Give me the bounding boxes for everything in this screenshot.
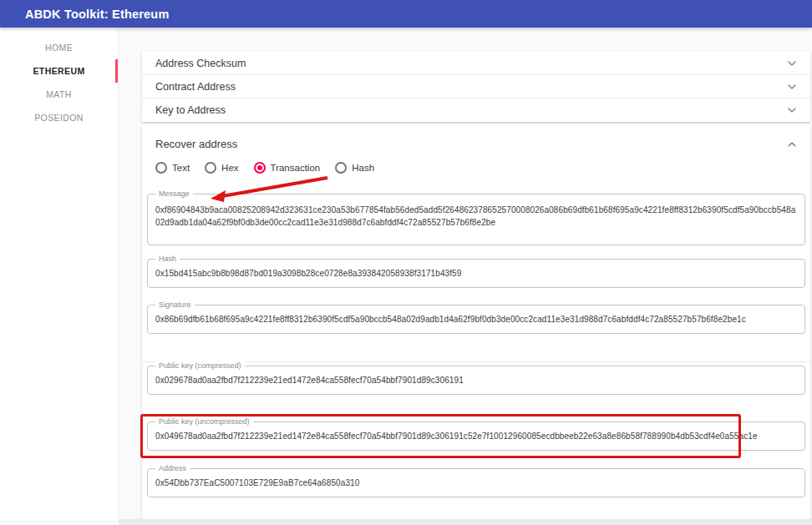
message-field[interactable]: Message 0xf86904843b9aca00825208942d3236… bbox=[147, 194, 805, 245]
chevron-down-icon bbox=[787, 58, 797, 68]
sidebar-item-ethereum[interactable]: ETHEREUM bbox=[0, 59, 118, 83]
app-title: ABDK Toolkit: Ethereum bbox=[25, 8, 170, 21]
radio-selected-icon bbox=[254, 162, 266, 174]
public-key-uncompressed-field[interactable]: Public key (uncompressed) 0x049678ad0aa2… bbox=[147, 422, 805, 451]
radio-circle-icon bbox=[335, 162, 347, 174]
sidebar-item-label: POSEIDON bbox=[34, 113, 84, 123]
accordion-recover-address[interactable]: Recover address bbox=[147, 124, 805, 150]
radio-hash[interactable]: Hash bbox=[335, 162, 374, 174]
chevron-up-icon bbox=[787, 139, 797, 149]
field-label: Public key (compressed) bbox=[155, 361, 245, 371]
field-value: 0xf86904843b9aca00825208942d323631ce230a… bbox=[155, 204, 797, 229]
sidebar-item-poseidon[interactable]: POSEIDON bbox=[0, 106, 118, 129]
field-label: Hash bbox=[155, 255, 180, 264]
active-indicator bbox=[115, 59, 118, 83]
chevron-down-icon bbox=[787, 105, 797, 115]
hash-field[interactable]: Hash 0x15bd415abc9b8b98d87bd019a3098b28c… bbox=[147, 259, 805, 288]
sidebar-item-label: HOME bbox=[45, 43, 73, 53]
public-key-compressed-field[interactable]: Public key (compressed) 0x029678ad0aa2fb… bbox=[147, 366, 805, 395]
accordion-address-checksum[interactable]: Address Checksum bbox=[142, 52, 810, 75]
radio-circle-icon bbox=[155, 162, 167, 174]
radio-text[interactable]: Text bbox=[155, 162, 190, 174]
accordion-key-to-address[interactable]: Key to Address bbox=[142, 98, 810, 122]
sidebar-item-label: MATH bbox=[46, 89, 72, 99]
radio-hex[interactable]: Hex bbox=[205, 162, 238, 174]
accordion-label: Key to Address bbox=[155, 104, 226, 116]
signature-field[interactable]: Signature 0x86b69dfb61b68f695a9c4221fe8f… bbox=[147, 305, 805, 334]
radio-label: Text bbox=[172, 163, 190, 173]
field-label: Address bbox=[155, 464, 190, 473]
bottom-strip bbox=[119, 519, 812, 525]
field-label: Public key (uncompressed) bbox=[155, 417, 253, 427]
radio-label: Transaction bbox=[271, 163, 321, 173]
radio-transaction[interactable]: Transaction bbox=[254, 162, 321, 174]
field-value: 0x15bd415abc9b8b98d87bd019a3098b28ce0728… bbox=[155, 269, 797, 278]
field-value: 0x049678ad0aa2fbd7f212239e21ed1472e84ca5… bbox=[155, 432, 797, 441]
field-value: 0x029678ad0aa2fbd7f212239e21ed1472e84ca5… bbox=[155, 376, 797, 385]
field-label: Message bbox=[155, 189, 193, 199]
sidebar-item-home[interactable]: HOME bbox=[0, 36, 118, 59]
sidebar: HOME ETHEREUM MATH POSEIDON bbox=[0, 28, 119, 519]
input-mode-radio-group: Text Hex Transaction Hash bbox=[155, 162, 805, 174]
panel-title: Recover address bbox=[155, 138, 237, 150]
radio-circle-icon bbox=[205, 162, 216, 174]
app-header: ABDK Toolkit: Ethereum bbox=[0, 0, 812, 28]
recover-address-panel: Recover address Text Hex Transaction bbox=[142, 124, 810, 519]
address-field[interactable]: Address 0x54Dbb737EaC5007103E729E9aB7ce6… bbox=[147, 468, 805, 497]
accordion-label: Address Checksum bbox=[155, 58, 246, 69]
sidebar-item-label: ETHEREUM bbox=[33, 66, 84, 76]
field-value: 0x54Dbb737EaC5007103E729E9aB7ce64a6850a3… bbox=[155, 478, 797, 487]
chevron-down-icon bbox=[787, 82, 797, 92]
field-label: Signature bbox=[155, 300, 195, 310]
accordion-group: Address Checksum Contract Address Key to… bbox=[142, 52, 810, 122]
radio-label: Hash bbox=[352, 163, 374, 173]
sidebar-item-math[interactable]: MATH bbox=[0, 83, 118, 106]
accordion-contract-address[interactable]: Contract Address bbox=[142, 75, 810, 98]
field-value: 0x86b69dfb61b68f695a9c4221fe8ff8312b6390… bbox=[155, 315, 797, 324]
main-content: Address Checksum Contract Address Key to… bbox=[119, 28, 812, 519]
radio-label: Hex bbox=[221, 163, 238, 173]
accordion-label: Contract Address bbox=[155, 81, 236, 93]
